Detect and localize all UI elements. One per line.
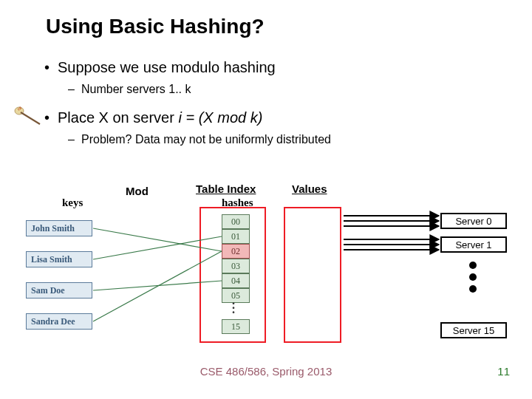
footer-course: CSE 486/586, Spring 2013 — [0, 365, 532, 378]
server-1-box: Server 1 — [440, 236, 507, 253]
values-highlight-box — [284, 207, 341, 343]
sub-bullet-1: Number servers 1.. k — [81, 83, 191, 96]
sub-bullet-2: Problem? Data may not be uniformly distr… — [81, 133, 331, 146]
dot-icon — [469, 262, 477, 269]
key-john-smith: John Smith — [26, 220, 92, 236]
server-15-box: Server 15 — [440, 322, 507, 338]
mod-label: Mod — [126, 185, 149, 197]
server-vdots — [469, 262, 477, 293]
key-sandra-dee: Sandra Dee — [26, 313, 92, 330]
bullet-1: Suppose we use modulo hashing — [58, 59, 276, 76]
values-label: Values — [292, 183, 327, 195]
torch-icon — [13, 105, 43, 127]
bullet-2: Place X on server i = (X mod k) — [58, 109, 262, 126]
key-sam-doe: Sam Doe — [26, 282, 92, 299]
svg-line-2 — [21, 112, 40, 124]
table-index-highlight-box — [200, 207, 266, 343]
slide-title: Using Basic Hashing? — [46, 15, 265, 38]
dot-icon — [469, 285, 477, 293]
server-0-box: Server 0 — [440, 213, 507, 229]
table-index-label: Table Index — [196, 183, 256, 195]
page-number: 11 — [497, 365, 510, 378]
bullet-2-text: Place X on server — [58, 109, 178, 126]
dot-icon — [469, 273, 477, 281]
keys-heading: keys — [62, 197, 83, 209]
key-lisa-smith: Lisa Smith — [26, 251, 92, 267]
bullet-2-formula: i = (X mod k) — [178, 109, 262, 126]
